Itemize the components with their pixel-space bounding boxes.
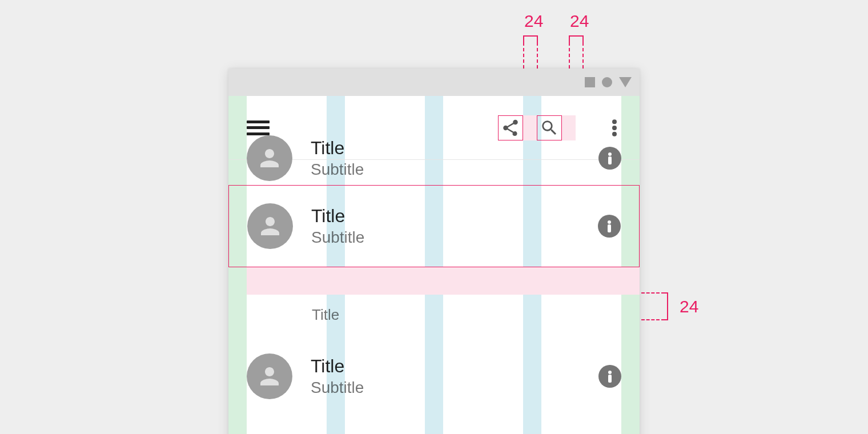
list-item[interactable]: Title Subtitle — [228, 131, 640, 185]
list-item-title: Title — [311, 356, 364, 377]
svg-point-0 — [612, 119, 617, 124]
spec-label-24-b: 24 — [570, 11, 589, 31]
list-item-highlighted[interactable]: Title Subtitle — [228, 185, 640, 267]
list-item-subtitle: Subtitle — [311, 228, 364, 247]
spec-vertical-gap — [247, 267, 640, 295]
spec-bracket-b — [569, 35, 584, 42]
list-item-text: Title Subtitle — [311, 356, 364, 397]
list-item-subtitle: Subtitle — [311, 379, 364, 397]
list-item-title: Title — [311, 138, 364, 159]
info-icon[interactable] — [598, 215, 621, 238]
avatar-icon — [247, 353, 292, 399]
status-triangle-icon — [619, 77, 632, 87]
spec-label-24-a: 24 — [524, 11, 543, 31]
spec-bracket-side — [661, 292, 668, 320]
info-icon[interactable] — [598, 365, 621, 388]
list-item-text: Title Subtitle — [311, 138, 364, 179]
device-frame: Title Subtitle Title Subtitle Title — [228, 69, 640, 434]
list-item-title: Title — [311, 206, 364, 227]
avatar-icon — [247, 135, 292, 181]
list-item-text: Title Subtitle — [311, 206, 364, 247]
spec-dash-side-bot — [641, 319, 660, 320]
avatar-icon — [247, 203, 293, 249]
spec-dash-side-top — [641, 292, 660, 294]
list-item-subtitle: Subtitle — [311, 160, 364, 179]
status-square-icon — [585, 77, 595, 87]
status-bar — [228, 69, 640, 96]
svg-point-1 — [612, 126, 617, 130]
list-subheader: Title — [228, 295, 640, 335]
spec-label-24-side: 24 — [680, 297, 698, 316]
status-circle-icon — [602, 77, 612, 87]
info-icon[interactable] — [598, 147, 621, 170]
list: Title Subtitle Title Subtitle Title — [228, 131, 640, 417]
spec-bracket-a — [523, 35, 538, 42]
list-item[interactable]: Title Subtitle — [228, 335, 640, 417]
